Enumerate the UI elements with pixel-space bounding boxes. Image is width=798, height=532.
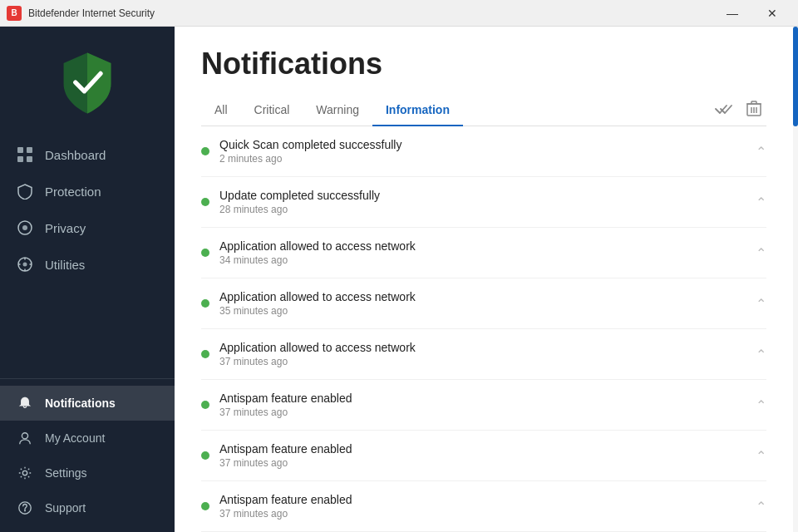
notif-title-1: Update completed successfully: [219, 189, 746, 202]
sidebar-item-utilities[interactable]: Utilities: [0, 246, 175, 283]
svg-rect-1: [27, 147, 32, 153]
notif-title-0: Quick Scan completed successfully: [219, 138, 746, 151]
sidebar-item-support[interactable]: Support: [0, 490, 175, 525]
notif-dot-7: [201, 502, 209, 510]
notif-chevron-2: ⌃: [756, 245, 766, 261]
privacy-icon: [17, 219, 33, 236]
sidebar-item-notifications-label: Notifications: [45, 397, 116, 410]
sidebar: Dashboard Protection Pr: [0, 27, 175, 532]
notif-content-0: Quick Scan completed successfully 2 minu…: [219, 138, 746, 165]
notif-content-4: Application allowed to access network 37…: [219, 341, 746, 367]
notif-chevron-1: ⌃: [756, 195, 766, 210]
notif-time-6: 37 minutes ago: [219, 457, 746, 469]
notif-title-5: Antispam feature enabled: [219, 392, 746, 405]
window-controls: — ✕: [713, 0, 791, 27]
notif-time-7: 37 minutes ago: [219, 508, 746, 520]
trash-icon: [746, 101, 761, 117]
protection-icon: [17, 183, 33, 200]
notif-chevron-6: ⌃: [756, 448, 766, 464]
mark-read-icon: [715, 102, 733, 116]
tab-actions: [710, 97, 766, 124]
mark-read-button[interactable]: [710, 99, 738, 119]
notification-item-1[interactable]: Update completed successfully 28 minutes…: [201, 177, 766, 228]
page-title: Notifications: [201, 47, 766, 81]
svg-point-13: [22, 470, 27, 475]
notif-title-7: Antispam feature enabled: [219, 493, 746, 506]
minimize-button[interactable]: —: [713, 0, 751, 27]
svg-point-7: [23, 263, 27, 267]
notification-item-4[interactable]: Application allowed to access network 37…: [201, 329, 766, 380]
sidebar-item-settings[interactable]: Settings: [0, 456, 175, 490]
main-content: Notifications All Critical Warning Infor…: [175, 27, 793, 532]
notif-time-3: 35 minutes ago: [219, 305, 746, 317]
notif-dot-4: [201, 350, 209, 358]
myaccount-icon: [17, 430, 33, 446]
notif-chevron-7: ⌃: [756, 499, 766, 515]
dashboard-icon: [17, 146, 33, 163]
notif-dot-3: [201, 299, 209, 308]
svg-rect-0: [17, 147, 23, 153]
notif-chevron-4: ⌃: [756, 347, 766, 362]
sidebar-item-protection-label: Protection: [45, 185, 101, 199]
page-header: Notifications: [175, 27, 793, 95]
notif-title-6: Antispam feature enabled: [219, 442, 746, 456]
sidebar-item-privacy-label: Privacy: [45, 221, 86, 235]
settings-icon: [17, 465, 33, 481]
notif-dot-2: [201, 249, 209, 257]
tab-information[interactable]: Information: [372, 95, 463, 126]
notif-content-7: Antispam feature enabled 37 minutes ago: [219, 493, 746, 520]
scrollbar-thumb[interactable]: [793, 27, 798, 126]
notification-item-2[interactable]: Application allowed to access network 34…: [201, 228, 766, 278]
sidebar-item-support-label: Support: [45, 501, 86, 515]
notif-title-3: Application allowed to access network: [219, 290, 746, 303]
notifications-list: Quick Scan completed successfully 2 minu…: [175, 126, 793, 532]
notif-dot-0: [201, 147, 209, 155]
notif-chevron-0: ⌃: [756, 144, 766, 160]
tab-warning[interactable]: Warning: [303, 95, 372, 126]
notif-time-4: 37 minutes ago: [219, 356, 746, 367]
notif-chevron-3: ⌃: [756, 296, 766, 312]
close-button[interactable]: ✕: [753, 0, 791, 27]
sidebar-item-protection[interactable]: Protection: [0, 173, 175, 209]
utilities-icon: [17, 256, 33, 273]
notif-content-5: Antispam feature enabled 37 minutes ago: [219, 392, 746, 418]
app-title: Bitdefender Internet Security: [28, 7, 713, 19]
shield-logo-icon: [54, 50, 121, 116]
notif-content-6: Antispam feature enabled 37 minutes ago: [219, 442, 746, 469]
notification-item-3[interactable]: Application allowed to access network 35…: [201, 278, 766, 329]
notif-dot-1: [201, 198, 209, 206]
notif-time-1: 28 minutes ago: [219, 204, 746, 215]
notif-title-2: Application allowed to access network: [219, 239, 746, 253]
sidebar-item-myaccount-label: My Account: [45, 431, 105, 445]
notification-item-6[interactable]: Antispam feature enabled 37 minutes ago …: [201, 431, 766, 481]
sidebar-item-utilities-label: Utilities: [45, 258, 85, 272]
notif-dot-5: [201, 401, 209, 409]
notif-chevron-5: ⌃: [756, 397, 766, 413]
svg-point-12: [22, 433, 27, 439]
notif-content-2: Application allowed to access network 34…: [219, 239, 746, 266]
svg-rect-3: [27, 156, 32, 162]
notif-dot-6: [201, 451, 209, 460]
svg-point-5: [22, 225, 27, 230]
tab-critical[interactable]: Critical: [241, 95, 303, 126]
notification-item-0[interactable]: Quick Scan completed successfully 2 minu…: [201, 126, 766, 177]
svg-rect-2: [17, 156, 23, 162]
notif-title-4: Application allowed to access network: [219, 341, 746, 354]
sidebar-item-dashboard[interactable]: Dashboard: [0, 136, 175, 173]
notif-content-1: Update completed successfully 28 minutes…: [219, 189, 746, 215]
tab-all[interactable]: All: [201, 95, 241, 126]
sidebar-item-settings-label: Settings: [45, 466, 87, 480]
sidebar-item-notifications[interactable]: Notifications: [0, 386, 175, 421]
notif-content-3: Application allowed to access network 35…: [219, 290, 746, 317]
sidebar-item-myaccount[interactable]: My Account: [0, 421, 175, 456]
sidebar-item-dashboard-label: Dashboard: [45, 148, 106, 162]
notification-item-5[interactable]: Antispam feature enabled 37 minutes ago …: [201, 380, 766, 431]
notification-item-7[interactable]: Antispam feature enabled 37 minutes ago …: [201, 481, 766, 532]
scrollbar-track[interactable]: [793, 27, 798, 532]
notif-time-2: 34 minutes ago: [219, 254, 746, 266]
sidebar-item-privacy[interactable]: Privacy: [0, 209, 175, 246]
tabs-bar: All Critical Warning Information: [201, 95, 766, 126]
titlebar: B Bitdefender Internet Security — ✕: [0, 0, 798, 27]
app-body: Dashboard Protection Pr: [0, 27, 798, 532]
delete-button[interactable]: [741, 97, 766, 121]
